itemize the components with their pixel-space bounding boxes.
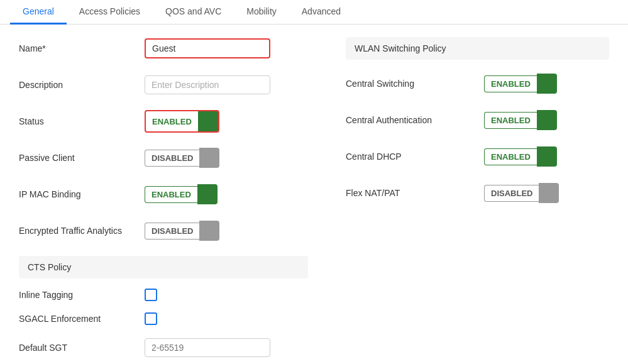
default-sgt-input[interactable]: [145, 338, 270, 357]
status-toggle-wrap: ENABLED: [145, 110, 308, 133]
description-row: Description: [19, 74, 308, 96]
sgacl-label: SGACL Enforcement: [19, 314, 145, 324]
tab-advanced[interactable]: Advanced: [289, 0, 353, 25]
wlan-section-header: WLAN Switching Policy: [346, 37, 609, 60]
ip-mac-label: IP MAC Binding: [19, 189, 145, 199]
flex-nat-label: Flex NAT/PAT: [346, 188, 484, 198]
name-input[interactable]: [145, 38, 270, 58]
eta-toggle-label: DISABLED: [145, 223, 199, 240]
central-auth-toggle-square[interactable]: [537, 110, 557, 130]
central-auth-label: Central Authentication: [346, 115, 484, 125]
central-auth-toggle-label: ENABLED: [484, 112, 537, 129]
flex-nat-toggle[interactable]: DISABLED: [484, 183, 559, 203]
right-column: WLAN Switching Policy Central Switching …: [333, 37, 609, 364]
tab-general[interactable]: General: [10, 0, 67, 25]
tab-access-policies[interactable]: Access Policies: [67, 0, 153, 25]
tab-bar: General Access Policies QOS and AVC Mobi…: [0, 0, 628, 25]
central-switching-toggle-label: ENABLED: [484, 75, 537, 92]
passive-client-label: Passive Client: [19, 153, 145, 163]
eta-toggle-square[interactable]: [199, 221, 219, 241]
ip-mac-toggle-wrap: ENABLED: [145, 184, 308, 204]
central-dhcp-toggle-square[interactable]: [537, 146, 557, 167]
sgacl-checkbox[interactable]: [145, 312, 157, 325]
passive-client-toggle-wrap: DISABLED: [145, 148, 308, 168]
status-label: Status: [19, 116, 145, 126]
flex-nat-row: Flex NAT/PAT DISABLED: [346, 182, 609, 204]
description-input[interactable]: [145, 75, 270, 94]
tab-qos-avc[interactable]: QOS and AVC: [153, 0, 234, 25]
passive-client-row: Passive Client DISABLED: [19, 146, 308, 169]
central-dhcp-toggle-label: ENABLED: [484, 148, 537, 165]
name-label: Name*: [19, 43, 145, 53]
eta-toggle-wrap: DISABLED: [145, 221, 308, 241]
central-auth-toggle[interactable]: ENABLED: [484, 110, 557, 130]
cts-section: CTS Policy Inline Tagging SGACL Enforcem…: [19, 256, 308, 359]
name-input-wrap: [145, 38, 308, 58]
inline-tagging-row: Inline Tagging: [19, 289, 308, 301]
description-input-wrap: [145, 75, 308, 94]
central-switching-toggle-square[interactable]: [537, 74, 557, 94]
cts-section-header: CTS Policy: [19, 256, 308, 279]
central-dhcp-label: Central DHCP: [346, 152, 484, 162]
passive-client-toggle-label: DISABLED: [145, 150, 199, 167]
flex-nat-toggle-square[interactable]: [539, 183, 559, 203]
default-sgt-label: Default SGT: [19, 343, 145, 353]
central-dhcp-toggle[interactable]: ENABLED: [484, 146, 557, 167]
status-row: Status ENABLED: [19, 110, 308, 133]
eta-toggle[interactable]: DISABLED: [145, 221, 219, 241]
ip-mac-row: IP MAC Binding ENABLED: [19, 183, 308, 206]
tab-mobility[interactable]: Mobility: [234, 0, 289, 25]
central-dhcp-row: Central DHCP ENABLED: [346, 145, 609, 168]
ip-mac-toggle-label: ENABLED: [145, 186, 197, 203]
central-switching-row: Central Switching ENABLED: [346, 72, 609, 95]
left-column: Name* Description Status ENABLED: [19, 37, 333, 364]
default-sgt-row: Default SGT: [19, 336, 308, 359]
status-toggle-square[interactable]: [198, 111, 218, 131]
ip-mac-toggle-square[interactable]: [197, 184, 218, 204]
inline-tagging-checkbox[interactable]: [145, 289, 157, 301]
main-content: Name* Description Status ENABLED: [0, 25, 628, 364]
central-switching-toggle[interactable]: ENABLED: [484, 74, 557, 94]
name-row: Name*: [19, 37, 308, 60]
flex-nat-toggle-label: DISABLED: [484, 185, 539, 202]
passive-client-toggle-square[interactable]: [199, 148, 219, 168]
status-toggle[interactable]: ENABLED: [145, 110, 219, 133]
eta-label: Encrypted Traffic Analytics: [19, 226, 145, 236]
default-sgt-input-wrap: [145, 338, 308, 357]
inline-tagging-label: Inline Tagging: [19, 290, 145, 300]
ip-mac-toggle[interactable]: ENABLED: [145, 184, 218, 204]
passive-client-toggle[interactable]: DISABLED: [145, 148, 219, 168]
eta-row: Encrypted Traffic Analytics DISABLED: [19, 219, 308, 242]
central-switching-label: Central Switching: [346, 79, 484, 89]
description-label: Description: [19, 80, 145, 90]
sgacl-row: SGACL Enforcement: [19, 312, 308, 325]
status-toggle-label: ENABLED: [146, 114, 198, 130]
central-auth-row: Central Authentication ENABLED: [346, 109, 609, 131]
